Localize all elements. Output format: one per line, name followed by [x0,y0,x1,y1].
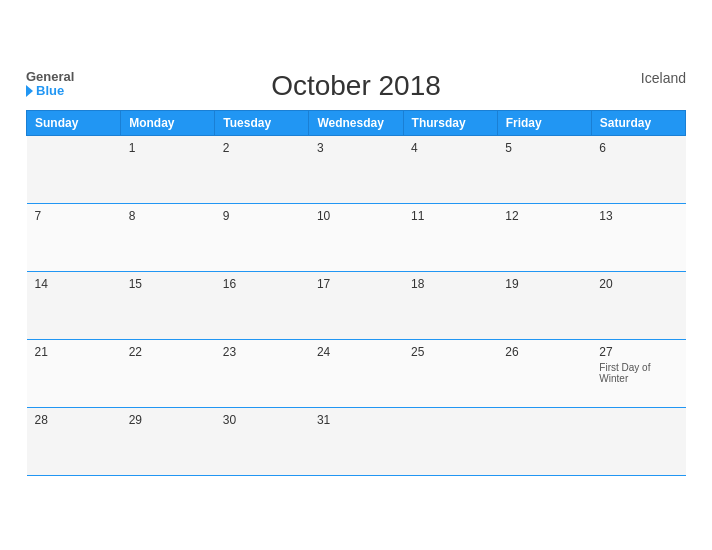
day-number: 19 [505,277,583,291]
day-cell [403,407,497,475]
day-number: 20 [599,277,677,291]
day-cell: 10 [309,203,403,271]
day-cell: 4 [403,135,497,203]
day-number: 18 [411,277,489,291]
col-wednesday: Wednesday [309,110,403,135]
day-number: 4 [411,141,489,155]
day-number: 26 [505,345,583,359]
day-number: 5 [505,141,583,155]
column-headers-row: Sunday Monday Tuesday Wednesday Thursday… [27,110,686,135]
day-cell: 27First Day of Winter [591,339,685,407]
day-cell: 31 [309,407,403,475]
country-label: Iceland [641,70,686,86]
calendar-table: Sunday Monday Tuesday Wednesday Thursday… [26,110,686,476]
day-cell: 26 [497,339,591,407]
week-row-5: 28293031 [27,407,686,475]
day-number: 2 [223,141,301,155]
day-cell: 24 [309,339,403,407]
day-number: 3 [317,141,395,155]
day-cell: 17 [309,271,403,339]
day-number: 6 [599,141,677,155]
col-sunday: Sunday [27,110,121,135]
day-number: 15 [129,277,207,291]
week-row-1: 123456 [27,135,686,203]
col-thursday: Thursday [403,110,497,135]
col-saturday: Saturday [591,110,685,135]
day-number: 11 [411,209,489,223]
day-number: 13 [599,209,677,223]
calendar-body: 1234567891011121314151617181920212223242… [27,135,686,475]
holiday-text: First Day of Winter [599,362,677,384]
day-number: 27 [599,345,677,359]
day-cell: 29 [121,407,215,475]
day-number: 17 [317,277,395,291]
day-number: 23 [223,345,301,359]
day-cell: 7 [27,203,121,271]
day-cell [27,135,121,203]
day-number: 7 [35,209,113,223]
day-number: 25 [411,345,489,359]
day-cell: 28 [27,407,121,475]
day-cell: 18 [403,271,497,339]
logo-blue-text: Blue [26,84,64,98]
day-cell [497,407,591,475]
day-number: 22 [129,345,207,359]
calendar-title: October 2018 [271,70,441,102]
day-cell: 20 [591,271,685,339]
day-cell: 14 [27,271,121,339]
day-number: 9 [223,209,301,223]
day-number: 21 [35,345,113,359]
logo: General Blue [26,70,74,99]
day-cell: 12 [497,203,591,271]
day-number: 28 [35,413,113,427]
col-tuesday: Tuesday [215,110,309,135]
day-number: 16 [223,277,301,291]
day-number: 29 [129,413,207,427]
day-cell [591,407,685,475]
day-number: 12 [505,209,583,223]
day-cell: 2 [215,135,309,203]
day-number: 8 [129,209,207,223]
day-cell: 8 [121,203,215,271]
week-row-3: 14151617181920 [27,271,686,339]
day-number: 30 [223,413,301,427]
day-cell: 15 [121,271,215,339]
day-cell: 5 [497,135,591,203]
day-cell: 23 [215,339,309,407]
day-cell: 25 [403,339,497,407]
day-cell: 19 [497,271,591,339]
day-number: 24 [317,345,395,359]
day-cell: 21 [27,339,121,407]
day-cell: 11 [403,203,497,271]
logo-general-text: General [26,70,74,84]
day-number: 1 [129,141,207,155]
week-row-2: 78910111213 [27,203,686,271]
day-cell: 30 [215,407,309,475]
day-number: 31 [317,413,395,427]
week-row-4: 21222324252627First Day of Winter [27,339,686,407]
day-number: 10 [317,209,395,223]
calendar-header: General Blue October 2018 Iceland [26,70,686,102]
day-cell: 13 [591,203,685,271]
day-cell: 6 [591,135,685,203]
day-cell: 1 [121,135,215,203]
day-cell: 16 [215,271,309,339]
day-cell: 22 [121,339,215,407]
day-number: 14 [35,277,113,291]
col-monday: Monday [121,110,215,135]
logo-triangle-icon [26,85,33,97]
day-cell: 3 [309,135,403,203]
day-cell: 9 [215,203,309,271]
col-friday: Friday [497,110,591,135]
calendar-container: General Blue October 2018 Iceland Sunday… [11,60,701,491]
